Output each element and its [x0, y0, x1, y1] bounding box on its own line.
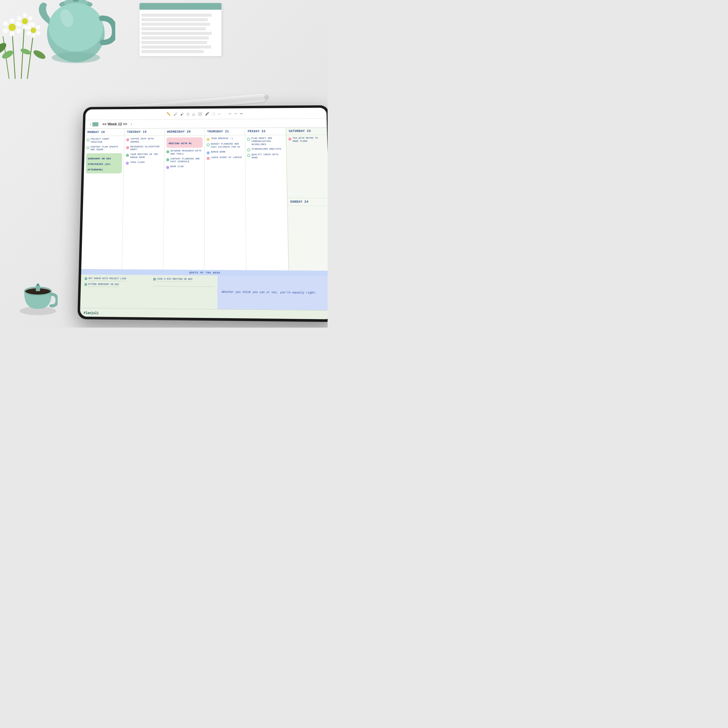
svg-line-2 — [27, 34, 34, 79]
svg-point-7 — [10, 18, 15, 23]
workshop-block: Workshop on SEO Strategies (All afternoo… — [86, 153, 122, 173]
redo-icon[interactable]: ↪ — [234, 112, 237, 115]
undo-icon[interactable]: ↩ — [229, 112, 231, 115]
todo-item: ATTEND WORKSHOP ON SEO — [84, 283, 144, 287]
todo-checkbox[interactable] — [85, 277, 87, 280]
task-dot — [86, 146, 89, 149]
task-item: CONTENT PLANNING AND POST SCHEDULE — [166, 158, 203, 164]
tuesday-header: Tuesday 19 — [125, 128, 164, 136]
svg-point-38 — [52, 52, 100, 63]
task-dot — [247, 154, 250, 157]
task-dot — [206, 138, 210, 141]
shapes-tool-icon[interactable]: △ — [192, 112, 195, 116]
task-text: KEYWORD RESEARCH WITH NEW TOOLS — [170, 150, 203, 156]
monday-header: Monday 18 — [85, 128, 124, 136]
meeting-block: Meeting with ML — [166, 138, 203, 148]
svg-point-23 — [31, 23, 35, 27]
teapot-decoration — [37, 0, 115, 70]
task-dot — [166, 166, 169, 169]
svg-point-26 — [31, 34, 35, 38]
todo-item: GET AHEAD WITH PROJECT LION — [85, 277, 144, 281]
calendar-icon — [92, 122, 98, 127]
task-item: ADMIN WORK — [206, 150, 243, 154]
task-text: TEAM MEETING IN THE GREEN ROOM — [130, 153, 162, 159]
friday-column: Friday 22 PLAN DRAFT AND COMMUNICATION G… — [245, 128, 289, 270]
task-text: YOGA CLASS — [130, 161, 145, 164]
tuesday-content: COFFEE DATE WITH ANDREA RESOURCES ALLOCA… — [122, 136, 164, 269]
task-text: STAKEHOLDER ANALYSIS — [251, 148, 281, 151]
coffee-cup-decoration — [18, 273, 58, 315]
task-dot — [126, 146, 129, 149]
wednesday-column: Wednesday 20 Meeting with ML KEYWORD RES… — [163, 128, 205, 270]
lasso-tool-icon[interactable]: ◌ — [213, 112, 216, 116]
svg-point-13 — [9, 24, 16, 31]
svg-point-18 — [23, 25, 27, 29]
todo-text: GET AHEAD WITH PROJECT LION — [88, 277, 126, 281]
todo-checkbox[interactable] — [153, 278, 156, 281]
svg-line-0 — [12, 30, 15, 79]
eraser-tool-icon[interactable]: ◻ — [187, 112, 189, 116]
task-text: TEA WITH METRO TO MAKE PLANS — [292, 137, 325, 143]
task-item: PROJECT CHART CREATION — [86, 138, 122, 144]
task-item: STAKEHOLDER ANALYSIS — [247, 148, 284, 151]
bottom-content: GET AHEAD WITH PROJECT LION ATTEND WORKS… — [80, 275, 327, 310]
notepad-decoration — [139, 3, 222, 56]
svg-point-19 — [17, 22, 21, 26]
pen-tool-icon[interactable]: 🖊 — [174, 112, 177, 116]
ipad-device: ✏️ 🖊 🖌 ◻ △ ⬜ 🎤 ◌ › ↩ ↪ ••• ‹ << Week 12 … — [77, 105, 327, 322]
friday-content: PLAN DRAFT AND COMMUNICATION GUIDELINES … — [245, 135, 288, 270]
nav-forward-button[interactable]: › — [130, 122, 133, 127]
week-label: << Week 12 >> — [102, 122, 127, 126]
weekend-column: Saturday 23 TEA WITH METRO TO MAKE PLANS… — [286, 127, 327, 271]
monday-column: Monday 18 PROJECT CHART CREATION CONTENT… — [81, 128, 125, 269]
task-item: TEA WITH METRO TO MAKE PLANS — [288, 137, 326, 143]
sunday-block: Sunday 24 — [288, 198, 327, 271]
todo-col-2: LEAD A BIG MEETING ON WED — [153, 278, 214, 306]
task-dot — [206, 157, 210, 160]
task-item: RESOURCES ALLOCATION DRAFT — [126, 145, 162, 151]
drawing-toolbar: ✏️ 🖊 🖌 ◻ △ ⬜ 🎤 ◌ › ↩ ↪ ••• — [85, 108, 326, 120]
bottom-section: Quote of the week GET AHEAD WITH PROJECT… — [80, 269, 327, 310]
task-dot — [86, 138, 89, 141]
task-item: BUDGET PLANNING AND COST ESTIMATE FOR D1 — [206, 142, 243, 148]
svg-point-15 — [23, 13, 27, 17]
task-item: QUALITY CHECK WITH SARA — [247, 153, 284, 159]
sunday-header: Sunday 24 — [288, 198, 327, 206]
task-text: BUDGET PLANNING AND COST ESTIMATE FOR D1 — [211, 142, 243, 148]
task-item: LUNCH EVENT AT LARIUS — [206, 156, 243, 160]
task-item: CONTENT PLAN UPDATE AND SHARE — [86, 145, 122, 151]
task-text: CONTENT PLAN UPDATE AND SHARE — [90, 145, 122, 151]
more-icon[interactable]: ••• — [240, 112, 243, 115]
meeting-text: Meeting with ML — [169, 142, 192, 145]
thursday-header: Thursday 21 — [205, 128, 245, 136]
todo-area: GET AHEAD WITH PROJECT LION ATTEND WORKS… — [80, 275, 217, 309]
pencil-tool-icon[interactable]: ✏️ — [167, 112, 171, 116]
todo-checkbox[interactable] — [85, 283, 87, 286]
chevron-right-icon[interactable]: › — [219, 112, 220, 116]
quote-text: Whether you think you can or not, you're… — [222, 290, 317, 295]
workshop-text: Workshop on SEO Strategies (All afternoo… — [88, 157, 111, 171]
svg-point-20 — [17, 16, 21, 20]
saturday-block: Saturday 23 TEA WITH METRO TO MAKE PLANS — [286, 127, 327, 198]
calendar-area: ‹ << Week 12 >> › Monday 18 PROJECT CHAR… — [80, 119, 327, 319]
svg-rect-43 — [37, 284, 39, 286]
mic-tool-icon[interactable]: 🎤 — [205, 112, 209, 116]
svg-point-21 — [22, 18, 28, 24]
task-text: RESOURCES ALLOCATION DRAFT — [130, 145, 162, 151]
nav-back-button[interactable]: ‹ — [89, 122, 93, 127]
days-grid: Monday 18 PROJECT CHART CREATION CONTENT… — [81, 127, 327, 271]
svg-point-36 — [49, 3, 103, 52]
task-dot — [247, 148, 250, 151]
task-dot — [126, 162, 129, 165]
image-tool-icon[interactable]: ⬜ — [198, 112, 202, 116]
sunday-content — [288, 206, 327, 210]
svg-point-12 — [3, 21, 8, 26]
task-item: BOOK CLUB — [166, 165, 202, 169]
task-item: YOGA CLASS — [126, 161, 162, 164]
highlighter-tool-icon[interactable]: 🖌 — [180, 112, 184, 116]
task-item: TEAM MEETING IN THE GREEN ROOM — [126, 153, 162, 159]
thursday-content: TEAM BREKKIE :) BUDGET PLANNING AND COST… — [205, 135, 246, 270]
wednesday-header: Wednesday 20 — [164, 128, 205, 136]
svg-point-11 — [3, 29, 8, 34]
svg-point-29 — [31, 28, 36, 33]
